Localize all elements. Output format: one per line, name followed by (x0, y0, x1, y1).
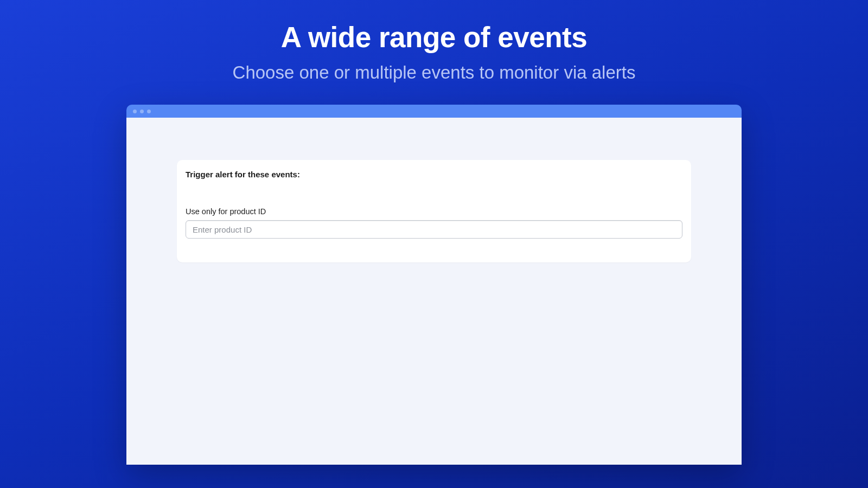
traffic-light-icon (133, 110, 137, 113)
window-titlebar (126, 105, 742, 118)
app-window: Trigger alert for these events: Use only… (126, 105, 742, 465)
window-body: Trigger alert for these events: Use only… (126, 118, 742, 465)
traffic-light-icon (147, 110, 151, 113)
page-subtitle: Choose one or multiple events to monitor… (0, 62, 868, 83)
hero: A wide range of events Choose one or mul… (0, 0, 868, 83)
page-title: A wide range of events (0, 21, 868, 54)
events-card: Trigger alert for these events: Use only… (177, 160, 691, 262)
product-id-input[interactable] (186, 220, 682, 239)
card-title: Trigger alert for these events: (186, 170, 682, 179)
product-id-section: Use only for product ID (186, 207, 682, 239)
traffic-light-icon (140, 110, 144, 113)
product-id-label: Use only for product ID (186, 207, 682, 216)
